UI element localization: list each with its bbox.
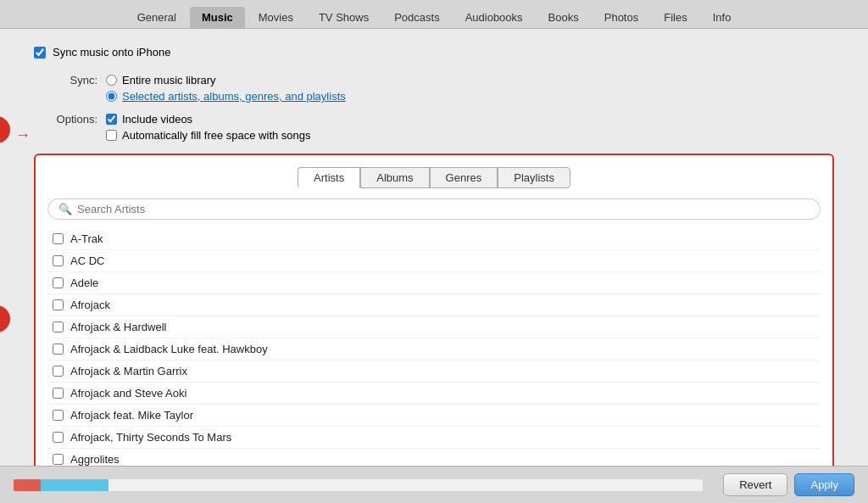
- list-item[interactable]: Afrojack & Laidback Luke feat. Hawkboy: [47, 338, 821, 360]
- search-input[interactable]: [77, 203, 810, 215]
- list-item[interactable]: Afrojack & Hardwell: [47, 316, 821, 338]
- top-nav: GeneralMusicMoviesTV ShowsPodcastsAudiob…: [0, 0, 868, 29]
- artist-checkbox[interactable]: [53, 299, 64, 310]
- revert-button[interactable]: Revert: [723, 473, 787, 496]
- artist-name: Afrojack & Laidback Luke feat. Hawkboy: [70, 343, 268, 355]
- panel-box: ArtistsAlbumsGenresPlaylists 🔍 A-TrakAC …: [34, 154, 834, 466]
- bottom-bar: Revert Apply: [0, 466, 868, 503]
- include-videos-checkbox[interactable]: [106, 114, 117, 125]
- list-item[interactable]: AC DC: [47, 250, 821, 272]
- nav-tab-general[interactable]: General: [125, 7, 188, 28]
- panel-tab-genres[interactable]: Genres: [430, 167, 498, 188]
- nav-tab-podcasts[interactable]: Podcasts: [382, 7, 451, 28]
- bottom-buttons: Revert Apply: [723, 473, 854, 496]
- nav-tab-info[interactable]: Info: [701, 7, 743, 28]
- sync-block: 1 → Sync: Entire music library Selected …: [34, 74, 834, 142]
- list-item[interactable]: Afrojack feat. Mike Taylor: [47, 405, 821, 427]
- artist-name: Afrojack & Hardwell: [70, 321, 166, 333]
- annotation-2: 2: [0, 305, 10, 333]
- list-item[interactable]: Afrojack & Martin Garrix: [47, 360, 821, 383]
- auto-fill-label: Automatically fill free space with songs: [122, 129, 311, 142]
- sync-music-checkbox[interactable]: [34, 47, 46, 59]
- radio-entire-input[interactable]: [106, 75, 117, 86]
- artist-checkbox[interactable]: [53, 255, 64, 266]
- artist-list: A-TrakAC DCAdeleAfrojackAfrojack & Hardw…: [47, 228, 821, 466]
- artist-checkbox[interactable]: [53, 344, 64, 355]
- main-content: Sync music onto iPhone 1 → Sync: Entire …: [0, 29, 868, 466]
- auto-fill-checkbox[interactable]: [106, 130, 117, 141]
- artist-checkbox[interactable]: [53, 277, 64, 288]
- sync-row-entire: Sync: Entire music library: [51, 74, 834, 87]
- list-item[interactable]: Aggrolites: [47, 449, 821, 466]
- artist-name: Afrojack: [70, 299, 110, 311]
- list-item[interactable]: Adele: [47, 272, 821, 294]
- annotation-1: 1: [0, 116, 10, 143]
- nav-tab-tv-shows[interactable]: TV Shows: [307, 7, 381, 28]
- artist-checkbox[interactable]: [53, 233, 64, 244]
- panel-wrapper: 2 ArtistsAlbumsGenresPlaylists 🔍 A-TrakA…: [34, 154, 834, 466]
- sync-music-row: Sync music onto iPhone: [34, 46, 834, 59]
- nav-tab-photos[interactable]: Photos: [593, 7, 650, 28]
- artist-checkbox[interactable]: [53, 432, 64, 443]
- artist-name: Aggrolites: [70, 453, 120, 466]
- list-item[interactable]: Afrojack, Thirty Seconds To Mars: [47, 427, 821, 449]
- storage-bar: [14, 479, 703, 491]
- apply-button[interactable]: Apply: [794, 473, 854, 496]
- artist-name: Afrojack, Thirty Seconds To Mars: [70, 431, 231, 444]
- nav-tab-movies[interactable]: Movies: [247, 7, 305, 28]
- artist-checkbox[interactable]: [53, 454, 64, 465]
- include-videos-option[interactable]: Include videos: [106, 113, 192, 126]
- selected-label: Selected artists, albums, genres, and pl…: [122, 90, 346, 103]
- artist-checkbox[interactable]: [53, 366, 64, 377]
- radio-entire-music[interactable]: Entire music library: [106, 74, 216, 87]
- artist-name: Adele: [70, 277, 98, 289]
- nav-tab-audiobooks[interactable]: Audiobooks: [453, 7, 535, 28]
- include-videos-label: Include videos: [122, 113, 192, 126]
- artist-name: Afrojack feat. Mike Taylor: [70, 409, 193, 422]
- entire-music-label: Entire music library: [122, 74, 216, 87]
- artist-name: A-Trak: [70, 232, 103, 245]
- sync-options: Sync: Entire music library Selected arti…: [34, 74, 834, 103]
- sync-music-label: Sync music onto iPhone: [53, 46, 170, 59]
- search-bar[interactable]: 🔍: [47, 198, 821, 220]
- panel-tab-playlists[interactable]: Playlists: [498, 167, 570, 188]
- artist-name: Afrojack & Martin Garrix: [70, 365, 187, 377]
- nav-tab-books[interactable]: Books: [537, 7, 591, 28]
- list-item[interactable]: A-Trak: [47, 228, 821, 250]
- storage-segment-red: [14, 479, 41, 491]
- nav-tab-files[interactable]: Files: [652, 7, 698, 28]
- panel-tabs: ArtistsAlbumsGenresPlaylists: [47, 167, 821, 188]
- options-label: Options:: [51, 113, 97, 126]
- radio-selected-input[interactable]: [106, 91, 117, 102]
- nav-tab-music[interactable]: Music: [190, 7, 245, 28]
- artist-checkbox[interactable]: [53, 321, 64, 333]
- storage-segment-blue: [41, 479, 108, 491]
- artist-name: AC DC: [70, 254, 104, 267]
- artist-name: Afrojack and Steve Aoki: [70, 387, 186, 400]
- panel-tab-artists[interactable]: Artists: [298, 167, 360, 188]
- options-row-autofill: Automatically fill free space with songs: [51, 129, 834, 142]
- sync-row-selected: Selected artists, albums, genres, and pl…: [51, 90, 834, 103]
- search-icon: 🔍: [58, 203, 72, 215]
- annotation-1-arrow: →: [15, 126, 31, 144]
- artist-checkbox[interactable]: [53, 388, 64, 399]
- options-section: Options: Include videos Automatically fi…: [34, 113, 834, 142]
- list-item[interactable]: Afrojack and Steve Aoki: [47, 383, 821, 405]
- auto-fill-option[interactable]: Automatically fill free space with songs: [106, 129, 311, 142]
- panel-tab-albums[interactable]: Albums: [360, 167, 429, 188]
- radio-selected[interactable]: Selected artists, albums, genres, and pl…: [106, 90, 346, 103]
- artist-checkbox[interactable]: [53, 410, 64, 421]
- options-row-videos: Options: Include videos: [51, 113, 834, 126]
- list-item[interactable]: Afrojack: [47, 294, 821, 316]
- sync-label: Sync:: [51, 74, 97, 87]
